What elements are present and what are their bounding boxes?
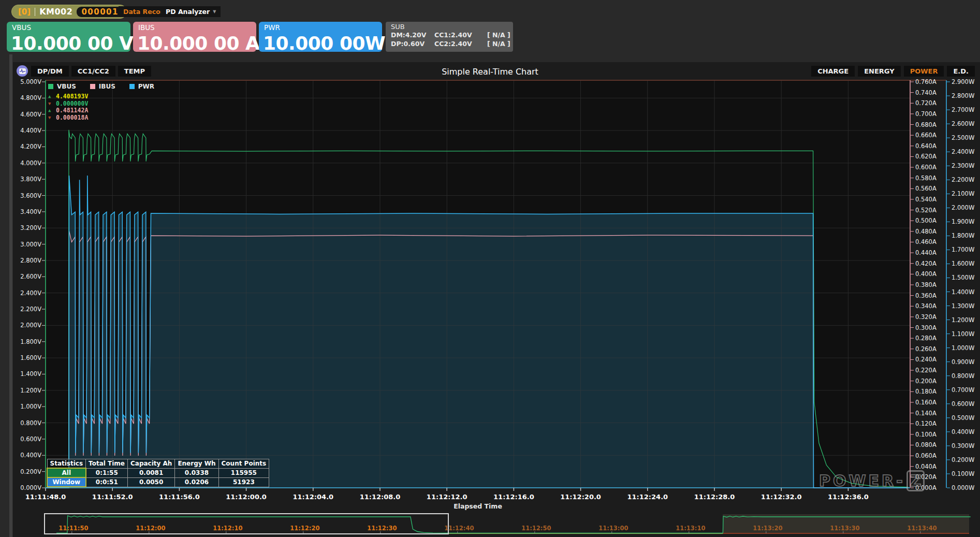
legend-item-vbus[interactable]: VBUS: [48, 83, 76, 90]
axis-tick-label: 0.300A: [915, 324, 937, 331]
vbus-min-readout: ▼ 0.000000V: [48, 100, 88, 108]
ibus-max-value: 0.481142A: [56, 107, 88, 114]
x-tick-label: 11:11:52.0: [92, 493, 133, 501]
x-tick-label: 11:12:08.0: [360, 493, 401, 501]
axis-tick-label: 3.200V: [20, 224, 41, 231]
axis-tick-label: 0.460A: [915, 238, 937, 245]
watermark-z-logo: Z: [906, 470, 925, 491]
axis-tick-label: 0.700A: [915, 110, 937, 118]
overview-time-label: 11:11:50: [58, 525, 88, 532]
main-chart-canvas[interactable]: 5.000V4.800V4.600V4.400V4.200V4.000V3.80…: [0, 0, 980, 537]
axis-tick-label: 0.000W: [952, 484, 974, 491]
axis-tick-label: 2.600V: [20, 273, 41, 280]
arrow-up-icon: ▲: [48, 93, 56, 100]
ibus-max-readout: ▲ 0.481142A: [48, 107, 88, 114]
pwr-swatch-icon: [129, 84, 135, 89]
overview-strip[interactable]: 11:11:5011:12:0011:12:1011:12:2011:12:30…: [45, 514, 971, 534]
axis-tick-label: 1.400V: [20, 370, 41, 378]
stats-window-badge[interactable]: Window: [47, 477, 86, 487]
axis-tick-label: 3.600V: [20, 192, 41, 199]
legend-item-pwr[interactable]: PWR: [129, 83, 154, 90]
chart-legend: VBUS IBUS PWR: [48, 83, 154, 90]
axis-tick-label: 2.000V: [20, 322, 41, 329]
axis-tick-label: 2.100W: [952, 190, 974, 197]
statistics-table: Statistics Total Time Capacity Ah Energy…: [47, 459, 269, 487]
overview-time-label: 11:12:00: [136, 525, 165, 532]
stats-header: Capacity Ah: [127, 459, 174, 469]
stats-header: Count Points: [218, 459, 269, 469]
axis-tick-label: 1.400W: [952, 288, 974, 296]
stats-cell: 0.0338: [175, 468, 218, 477]
overview-time-label: 11:13:10: [676, 525, 705, 532]
axis-tick-label: 1.800W: [952, 232, 974, 239]
vbus-max-readout: ▲ 4.408193V: [48, 93, 88, 100]
axis-tick-label: 1.600W: [952, 260, 974, 267]
axis-tick-label: 1.100W: [952, 330, 974, 338]
axis-tick-label: 1.000V: [20, 403, 41, 410]
axis-tick-label: 0.400W: [952, 428, 974, 436]
ibus-swatch-icon: [90, 84, 95, 89]
axis-tick-label: 0.200V: [20, 468, 41, 475]
axis-tick-label: 0.000V: [20, 484, 41, 491]
vbus-swatch-icon: [48, 84, 53, 89]
axis-tick-label: 0.680A: [915, 121, 937, 128]
x-tick-label: 11:12:20.0: [560, 493, 601, 501]
axis-tick-label: 0.500A: [915, 217, 937, 224]
axis-tick-label: 4.400V: [20, 127, 41, 134]
stats-cell: 0.0206: [175, 477, 218, 487]
stats-cell: 115955: [218, 468, 269, 477]
axis-tick-label: 0.200A: [915, 378, 937, 385]
stats-cell: 0:1:55: [86, 468, 128, 477]
legend-item-ibus[interactable]: IBUS: [90, 83, 115, 90]
axis-tick-label: 3.400V: [20, 208, 41, 215]
vbus-min-value: 0.000000V: [56, 100, 88, 108]
axis-tick-label: 0.600W: [952, 400, 974, 408]
axis-tick-label: 2.800W: [952, 92, 974, 99]
stats-cell: 0.0050: [127, 477, 174, 487]
axis-tick-label: 0.480A: [915, 228, 937, 235]
axis-tick-label: 0.640A: [915, 142, 937, 150]
arrow-up-icon: ▲: [48, 107, 56, 114]
legend-ibus-label: IBUS: [99, 83, 115, 90]
stats-cell: 0:0:51: [86, 477, 128, 487]
axis-tick-label: 0.100W: [952, 470, 974, 477]
axis-tick-label: 0.520A: [915, 207, 937, 214]
axis-tick-label: 0.400V: [20, 452, 41, 459]
x-tick-label: 11:11:48.0: [25, 493, 66, 501]
axis-tick-label: 0.800V: [20, 419, 41, 427]
x-tick-label: 11:12:24.0: [627, 493, 668, 501]
axis-tick-label: 1.700W: [952, 246, 974, 253]
axis-tick-label: 0.700W: [952, 386, 974, 394]
power-z-watermark: POWER- Z: [819, 470, 925, 491]
axis-tick-label: 0.040A: [915, 463, 937, 470]
axis-tick-label: 0.620A: [915, 153, 937, 160]
axis-tick-label: 1.200V: [20, 387, 41, 394]
axis-tick-label: 3.000V: [20, 241, 41, 248]
stats-header: Energy Wh: [175, 459, 218, 469]
axis-tick-label: 0.260A: [915, 345, 937, 353]
axis-tick-label: 2.200W: [952, 176, 974, 183]
axis-tick-label: 0.080A: [915, 441, 937, 448]
x-tick-label: 11:12:00.0: [226, 493, 267, 501]
legend-pwr-label: PWR: [138, 83, 154, 90]
axis-tick-label: 0.340A: [915, 302, 937, 310]
axis-tick-label: 0.760A: [915, 78, 937, 85]
axis-tick-label: 4.600V: [20, 111, 41, 118]
axis-tick-label: 0.420A: [915, 260, 937, 267]
stats-all-badge[interactable]: All: [47, 468, 86, 477]
axis-tick-label: 0.500W: [952, 414, 974, 422]
overview-time-label: 11:12:30: [367, 525, 397, 532]
overview-time-label: 11:12:50: [521, 525, 551, 532]
axis-tick-label: 0.660A: [915, 132, 937, 139]
axis-tick-label: 2.400W: [952, 148, 974, 155]
axis-tick-label: 0.720A: [915, 99, 937, 107]
axis-tick-label: 0.180A: [915, 388, 937, 395]
axis-tick-label: 4.800V: [20, 94, 41, 101]
axis-tick-label: 1.500W: [952, 274, 974, 281]
axis-tick-label: 1.900W: [952, 218, 974, 225]
axis-tick-label: 0.100A: [915, 431, 937, 438]
overview-time-label: 11:13:40: [907, 525, 937, 532]
axis-tick-label: 0.380A: [915, 281, 937, 288]
stats-cell: 0.0081: [127, 468, 174, 477]
axis-tick-label: 0.060A: [915, 452, 937, 459]
